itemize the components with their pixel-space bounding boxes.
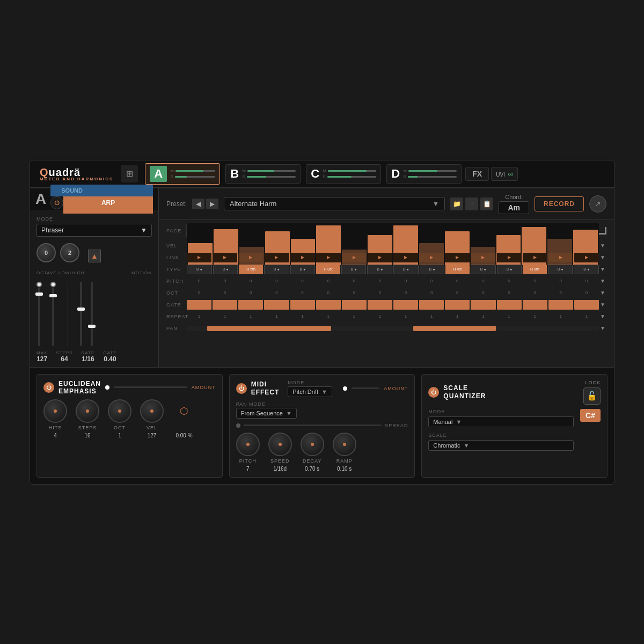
gate-3[interactable] [238,300,263,310]
scale-mode-select[interactable]: Manual ▼ [428,416,574,427]
vel-bar-3[interactable] [239,247,264,265]
arp-power-btn[interactable]: ⏻ [50,196,63,209]
pitch-9[interactable]: 0 [393,276,418,286]
oct-14[interactable]: 0 [523,288,547,298]
pitch-10[interactable]: 0 [419,276,444,286]
repeat-7[interactable]: 1 [342,312,367,321]
euclidean-power-btn[interactable]: ⏻ [43,382,54,393]
link-cell-8[interactable]: ▶ [368,253,392,262]
repeat-6[interactable]: 1 [316,312,341,321]
midi-effect-amount-track[interactable] [352,387,379,389]
repeat-10[interactable]: 1 [419,312,444,321]
pan-track[interactable] [187,326,599,331]
record-btn[interactable]: RECORD [535,196,584,211]
slider-2-track[interactable] [52,287,54,346]
repeat-4[interactable]: 1 [264,312,289,321]
type-cell-14[interactable]: H 9th [523,265,547,274]
link-cell-5[interactable]: ▶ [290,253,315,262]
fx-slot[interactable]: FX [465,167,489,181]
gate-1[interactable] [187,300,211,310]
oct-1[interactable]: 0 [187,288,211,298]
oct-8[interactable]: 0 [368,288,392,298]
oct-2[interactable]: 0 [213,288,237,298]
lock-btn[interactable]: 🔓 [583,387,601,405]
oct-high-knob[interactable]: 2 [60,243,79,262]
gate-10[interactable] [419,300,444,310]
repeat-1[interactable]: 1 [187,312,211,321]
oct-5[interactable]: 0 [290,288,315,298]
midi-effect-power-btn[interactable]: ⏻ [236,383,247,394]
pitch-16[interactable]: 0 [574,276,599,286]
scale-quantizer-power-btn[interactable]: ⏻ [428,387,439,398]
gate-13[interactable] [497,300,522,310]
type-scroll[interactable]: ▼ [599,266,606,272]
link-cell-16[interactable]: ▶ [574,253,599,262]
link-cell-14[interactable]: ▶ [523,253,547,262]
oct-6[interactable]: 0 [316,288,341,298]
link-cell-4[interactable]: ▶ [264,253,289,262]
pitch-4[interactable]: 0 [264,276,289,286]
repeat-13[interactable]: 1 [497,312,522,321]
vel-bar-10[interactable] [419,243,444,265]
gate-14[interactable] [523,300,547,310]
type-cell-16[interactable]: B ● [574,265,599,274]
channel-c-s-slider[interactable] [327,176,377,178]
type-cell-13[interactable]: B ● [497,265,522,274]
eucl-midi-icon[interactable]: ⬡ [172,399,196,423]
channel-d[interactable]: D M S [386,164,462,184]
gate-15[interactable] [548,300,573,310]
euclidean-amount-track[interactable] [114,386,187,388]
repeat-16[interactable]: 1 [574,312,599,321]
pitch-8[interactable]: 0 [368,276,392,286]
repeat-15[interactable]: 1 [548,312,573,321]
gate-6[interactable] [316,300,341,310]
type-cell-7[interactable]: B ● [341,265,367,274]
midi-pitch-knob[interactable] [236,433,260,456]
pitch-13[interactable]: 0 [497,276,522,286]
pitch-11[interactable]: 0 [445,276,470,286]
pitch-1[interactable]: 0 [187,276,211,286]
type-cell-6[interactable]: H 0ct [316,265,340,274]
scale-select[interactable]: Chromatic ▼ [428,440,574,451]
oct-10[interactable]: 0 [419,288,444,298]
oct-11[interactable]: 0 [445,288,470,298]
spread-track[interactable] [244,425,382,426]
channel-c-m-slider[interactable] [328,170,376,172]
oct-7[interactable]: 0 [342,288,367,298]
channel-c[interactable]: C M S [306,164,381,184]
link-scroll[interactable]: ▼ [599,254,606,260]
gate-scroll[interactable]: ▼ [599,302,606,308]
pitch-3[interactable]: 0 [238,276,263,286]
pitch-6[interactable]: 0 [316,276,341,286]
pan-mode-select[interactable]: From Sequence ▼ [236,408,297,419]
midi-decay-knob[interactable] [301,433,324,456]
sound-tab[interactable]: SOUND [50,185,153,196]
vel-bar-7[interactable] [342,250,367,265]
midi-effect-mode-select[interactable]: Pitch Drift ▼ [288,386,332,397]
eucl-vel-knob[interactable] [140,399,164,423]
uvi-slot[interactable]: UVI ∞ [491,167,518,181]
repeat-11[interactable]: 1 [445,312,470,321]
oct-low-knob[interactable]: 0 [36,243,56,262]
link-cell-1[interactable]: ▶ [187,253,211,262]
pitch-7[interactable]: 0 [342,276,367,286]
gate-9[interactable] [393,300,418,310]
preset-next-btn[interactable]: ▶ [206,199,218,209]
slider-4-thumb[interactable] [88,325,96,328]
link-cell-6[interactable]: ▶ [316,253,341,262]
oct-15[interactable]: 0 [548,288,573,298]
midi-ramp-knob[interactable] [333,433,356,456]
repeat-2[interactable]: 1 [213,312,237,321]
slider-3-thumb[interactable] [77,308,85,311]
pitch-5[interactable]: 0 [290,276,315,286]
midi-speed-knob[interactable] [268,433,292,456]
vel-scroll[interactable]: ▼ [599,243,606,248]
type-cell-5[interactable]: B ● [290,265,316,274]
channel-a[interactable]: A M S [145,163,220,185]
gate-16[interactable] [574,300,599,310]
preset-save-btn[interactable]: 📁 [450,197,463,210]
type-cell-8[interactable]: B ● [367,265,392,274]
oct-13[interactable]: 0 [497,288,522,298]
gate-5[interactable] [290,300,315,310]
channel-a-m-slider[interactable] [175,170,215,172]
